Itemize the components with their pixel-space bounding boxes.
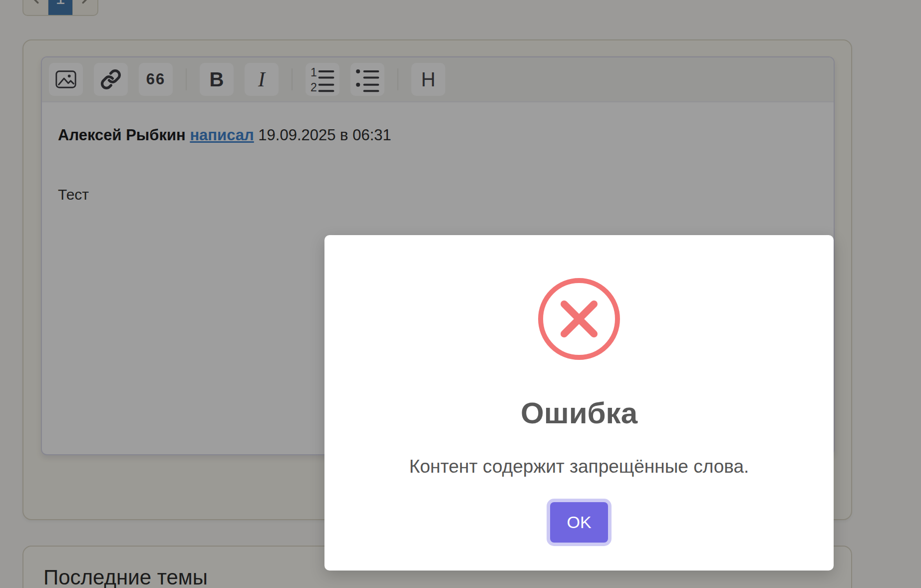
error-dialog-message: Контент содержит запрещённые слова.: [324, 456, 834, 477]
error-dialog-title: Ошибка: [324, 396, 834, 430]
error-dialog-actions: OK: [324, 502, 834, 543]
ok-button[interactable]: OK: [550, 502, 608, 543]
error-x-icon: [553, 293, 605, 345]
error-dialog: Ошибка Контент содержит запрещённые слов…: [324, 235, 834, 571]
error-circle: [538, 278, 620, 360]
forum-page: 1: [0, 0, 921, 588]
